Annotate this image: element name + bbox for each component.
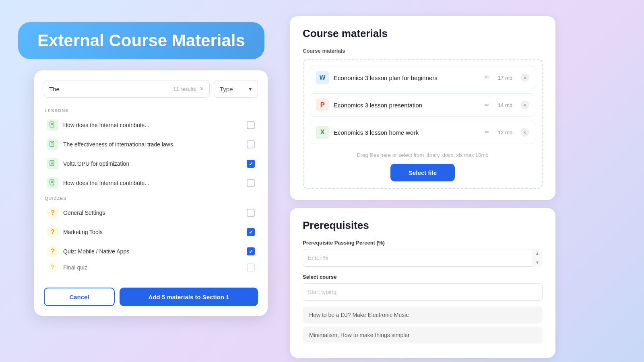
list-item[interactable]: ? Final quiz [44,261,258,274]
quiz-icon: ? [47,207,58,218]
type-filter-label: Type [220,86,233,93]
search-bar: 11 results × Type ▾ [44,80,258,98]
item-text: Quiz: Mobile / Native Apps [63,248,242,255]
item-checkbox[interactable] [247,121,255,129]
spin-up-button[interactable]: ▲ [532,249,543,258]
course-materials-card: Course materials Course materials W Econ… [290,16,555,200]
page-title: External Course Materials [37,31,245,50]
passing-percent-label: Prerequisite Passing Percent (%) [303,240,543,246]
item-text: Volta GPU for optimization [63,160,242,167]
lessons-section-label: LESSONS [44,108,258,113]
item-checkbox[interactable] [247,179,255,187]
file-size: 17 mb [498,75,512,81]
item-checkbox[interactable] [247,247,255,255]
right-panel: Course materials Course materials W Econ… [290,16,555,358]
spin-down-button[interactable]: ▼ [532,258,543,267]
results-count: 11 results [173,86,196,92]
material-row: P Economics 3 lesson presentation ✏ 14 m… [310,93,535,117]
quiz-icon: ? [47,226,58,238]
item-checkbox[interactable] [247,160,255,168]
item-checkbox[interactable] [247,140,255,148]
word-icon: W [316,71,329,84]
cancel-button[interactable]: Cancel [44,288,115,306]
list-item[interactable]: ? Quiz: Mobile / Native Apps [44,242,258,261]
file-size: 14 mb [498,102,512,108]
item-checkbox[interactable] [247,209,255,217]
item-text: How does the Internet contribute... [63,122,242,128]
remove-button[interactable]: × [520,73,529,82]
item-text: The effectiveness of international trade… [63,141,242,148]
list-item[interactable]: ? General Settings [44,203,258,222]
prerequisites-title: Prerequisites [303,219,543,232]
select-course-label: Select course [303,274,543,280]
item-text: How does the Internet contribute... [63,180,242,186]
item-text: General Settings [63,210,242,216]
list-item[interactable]: The effectiveness of international trade… [44,135,258,154]
items-list: LESSONS How does the Internet contribute… [44,105,258,281]
lesson-icon [47,119,58,131]
ppt-icon: P [316,99,329,111]
excel-icon: X [316,126,329,139]
material-name: Economics 3 lesson plan for beginners [334,74,480,81]
clear-search-button[interactable]: × [199,85,204,93]
edit-icon[interactable]: ✏ [485,129,490,136]
drop-hint: Drag files here or select from library, … [310,148,535,164]
passing-percent-field[interactable]: ▲ ▼ [303,249,543,267]
quizzes-section-label: QUIZZES [44,196,258,201]
suggestion-text: How to be a DJ? Make Electronic Music [309,312,409,318]
lesson-icon [47,139,58,150]
chevron-down-icon: ▾ [249,85,252,93]
quiz-icon: ? [47,246,58,257]
suggestion-text: Minimalism, How to make things simpler [309,332,410,338]
select-file-button[interactable]: Select file [390,164,455,181]
material-row: X Economics 3 lesson home work ✏ 12 mb × [310,121,535,144]
page-title-badge: External Course Materials [18,22,264,59]
list-item[interactable]: How does the Internet contribute... [44,173,258,193]
quiz-icon: ? [47,262,58,273]
list-item[interactable]: How does the Internet contribute... [44,115,258,135]
material-name: Economics 3 lesson presentation [334,102,480,109]
material-row: W Economics 3 lesson plan for beginners … [310,66,535,89]
type-filter-dropdown[interactable]: Type ▾ [214,80,258,98]
item-text: Marketing Tools [63,229,242,235]
modal-footer: Cancel Add 5 materials to Section 1 [44,288,258,306]
search-input-wrap[interactable]: 11 results × [44,80,210,98]
remove-button[interactable]: × [520,101,529,109]
passing-percent-input[interactable] [303,249,543,267]
spinner-buttons: ▲ ▼ [532,249,543,267]
add-materials-button[interactable]: Add 5 materials to Section 1 [120,288,258,306]
material-name: Economics 3 lesson home work [334,129,480,136]
file-size: 12 mb [498,130,512,136]
item-checkbox[interactable] [247,263,255,272]
course-materials-title: Course materials [303,27,543,40]
edit-icon[interactable]: ✏ [485,101,490,109]
suggestion-row[interactable]: Minimalism, How to make things simpler [303,327,543,343]
list-item[interactable]: Volta GPU for optimization [44,154,258,173]
prerequisites-card: Prerequisites Prerequisite Passing Perce… [290,208,555,358]
left-modal: 11 results × Type ▾ LESSONS How does the… [34,70,268,316]
edit-icon[interactable]: ✏ [485,74,490,81]
lesson-icon [47,158,58,169]
search-input[interactable] [49,86,170,93]
item-checkbox[interactable] [247,228,255,236]
course-materials-section-label: Course materials [303,48,543,54]
item-text: Final quiz [63,264,242,271]
select-course-input[interactable] [303,283,543,301]
remove-button[interactable]: × [520,128,529,137]
suggestion-row[interactable]: How to be a DJ? Make Electronic Music [303,306,543,323]
list-item[interactable]: ? Marketing Tools [44,222,258,242]
lesson-icon [47,177,58,189]
drop-zone[interactable]: W Economics 3 lesson plan for beginners … [303,59,543,189]
